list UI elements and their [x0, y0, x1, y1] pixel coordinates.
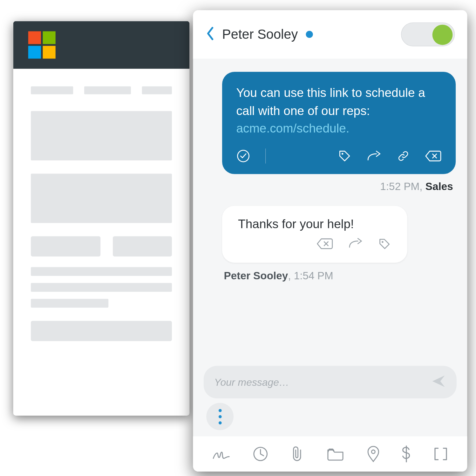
svg-point-0	[238, 150, 249, 162]
location-pin-icon[interactable]	[367, 445, 380, 463]
bottom-toolbar	[193, 436, 467, 472]
more-options-button[interactable]	[206, 403, 234, 430]
outgoing-message-bubble: You can use this link to schedule a call…	[222, 72, 456, 174]
outgoing-message-text: You can use this link to schedule a call…	[236, 86, 425, 117]
chat-scroll-area: You can use this link to schedule a call…	[193, 58, 467, 361]
tag-icon[interactable]	[378, 237, 391, 254]
message-link[interactable]: acme.com/schedule.	[236, 122, 349, 135]
incoming-timestamp: 1:54 PM	[294, 270, 333, 282]
payment-dollar-icon[interactable]	[402, 445, 411, 463]
outgoing-timestamp: 1:52 PM	[380, 180, 419, 192]
background-app-header	[13, 21, 190, 69]
merge-field-brackets-icon[interactable]	[433, 446, 448, 461]
tag-icon[interactable]	[337, 149, 351, 163]
delete-icon[interactable]	[425, 150, 442, 162]
svg-point-1	[342, 153, 343, 155]
incoming-message-meta: Peter Sooley, 1:54 PM	[224, 270, 456, 282]
microsoft-logo-icon	[28, 31, 56, 58]
svg-point-6	[382, 241, 384, 243]
attachment-paperclip-icon[interactable]	[290, 445, 304, 462]
schedule-clock-icon[interactable]	[252, 446, 268, 462]
chat-panel: Peter Sooley You can use this link to sc…	[193, 10, 467, 472]
composer-area	[193, 361, 467, 436]
availability-toggle[interactable]	[401, 23, 455, 46]
signature-icon[interactable]	[212, 447, 230, 461]
incoming-message-bubble: Thanks for your help!	[222, 206, 407, 262]
action-divider	[265, 148, 266, 163]
compose-field[interactable]	[204, 366, 457, 398]
outgoing-sender: Sales	[425, 180, 453, 192]
forward-icon[interactable]	[348, 237, 363, 254]
forward-icon[interactable]	[367, 150, 382, 162]
contact-name[interactable]: Peter Sooley	[222, 27, 298, 42]
incoming-message-text: Thanks for your help!	[238, 217, 391, 231]
link-icon[interactable]	[397, 149, 410, 163]
svg-point-8	[371, 450, 375, 453]
status-dot-icon	[306, 31, 313, 38]
outgoing-message-actions	[236, 146, 441, 163]
toggle-knob	[432, 25, 453, 45]
confirm-icon[interactable]	[236, 149, 250, 163]
chat-header: Peter Sooley	[193, 10, 467, 59]
back-chevron-icon[interactable]	[205, 26, 214, 43]
incoming-message-actions	[238, 237, 391, 254]
message-input[interactable]	[214, 376, 426, 388]
incoming-sender: Peter Sooley	[224, 270, 288, 282]
background-app-window	[13, 21, 190, 416]
send-icon[interactable]	[431, 374, 446, 391]
background-app-body	[13, 69, 190, 341]
delete-icon[interactable]	[316, 237, 333, 254]
outgoing-message-meta: 1:52 PM, Sales	[205, 180, 453, 193]
templates-folder-icon[interactable]	[326, 446, 344, 461]
